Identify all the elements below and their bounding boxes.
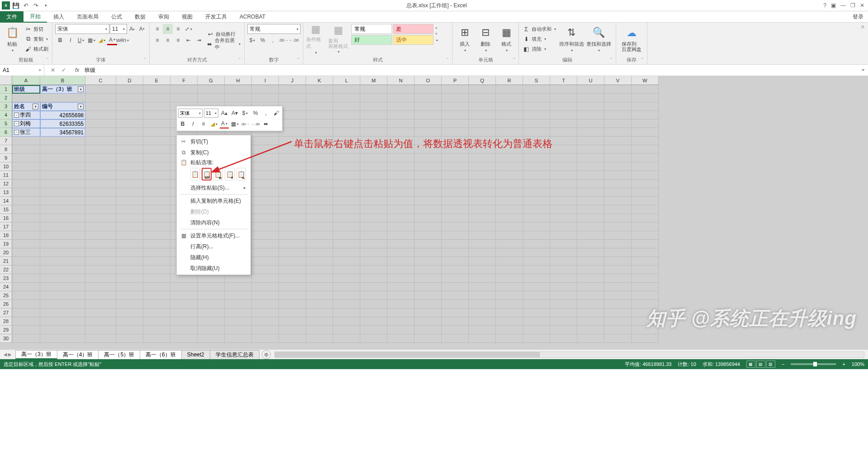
font-name-combo[interactable]: 宋体▾	[55, 24, 109, 34]
cell[interactable]	[279, 248, 306, 257]
cell[interactable]	[306, 317, 333, 326]
cell[interactable]	[116, 214, 143, 223]
cell[interactable]	[360, 248, 387, 257]
cell[interactable]	[442, 300, 469, 309]
cell[interactable]	[360, 240, 387, 248]
cell[interactable]	[415, 300, 442, 309]
column-header[interactable]: S	[523, 76, 550, 85]
cell[interactable]	[632, 248, 659, 257]
column-header[interactable]: J	[279, 76, 306, 85]
cell[interactable]	[170, 334, 198, 343]
cell[interactable]	[469, 214, 496, 223]
cell[interactable]	[360, 197, 387, 205]
mini-grow-font-icon[interactable]: A▴	[220, 109, 229, 118]
cell[interactable]	[632, 111, 659, 119]
font-color-button[interactable]: A▾	[107, 35, 117, 45]
cell[interactable]	[387, 266, 415, 274]
cell[interactable]	[360, 154, 387, 162]
column-header[interactable]: U	[577, 76, 604, 85]
cell[interactable]	[469, 180, 496, 188]
tab-formula[interactable]: 公式	[105, 11, 128, 23]
cell[interactable]	[40, 162, 85, 171]
cell[interactable]	[143, 197, 170, 205]
cell[interactable]	[469, 197, 496, 205]
cell[interactable]	[279, 205, 306, 214]
cell[interactable]	[577, 119, 604, 128]
mini-currency-icon[interactable]: $▾	[241, 109, 250, 118]
cell[interactable]	[604, 309, 632, 317]
cell[interactable]	[415, 102, 442, 111]
cell[interactable]	[143, 300, 170, 309]
cell[interactable]	[143, 248, 170, 257]
cell[interactable]	[279, 102, 306, 111]
cell[interactable]	[360, 274, 387, 283]
undo-icon[interactable]: ↶	[22, 1, 30, 9]
cell[interactable]	[40, 231, 85, 240]
column-header[interactable]: L	[333, 76, 360, 85]
cell[interactable]	[116, 180, 143, 188]
align-center-icon[interactable]: ≡	[163, 35, 173, 45]
cell[interactable]	[85, 128, 116, 137]
cell[interactable]	[496, 283, 523, 291]
cell[interactable]	[12, 145, 40, 154]
format-cells-button[interactable]: ▦格式▾	[497, 24, 516, 54]
cell[interactable]	[604, 119, 632, 128]
cell[interactable]	[333, 197, 360, 205]
cell[interactable]	[306, 223, 333, 231]
spreadsheet-grid[interactable]: ABCDEFGHIJKLMNOPQRSTUVW 1234567891011121…	[0, 76, 868, 349]
mini-percent-icon[interactable]: %	[251, 109, 260, 118]
cell[interactable]	[40, 274, 85, 283]
cell[interactable]	[604, 137, 632, 145]
cell[interactable]	[632, 154, 659, 162]
select-all-corner[interactable]	[0, 76, 12, 85]
cell[interactable]	[333, 291, 360, 300]
cell[interactable]	[550, 283, 577, 291]
cell[interactable]	[496, 154, 523, 162]
row-header[interactable]: 24	[0, 283, 12, 291]
cell[interactable]	[523, 102, 550, 111]
cell[interactable]	[550, 300, 577, 309]
row-header[interactable]: 10	[0, 162, 12, 171]
cell[interactable]: −刘梅	[12, 119, 40, 128]
cell[interactable]	[469, 223, 496, 231]
cell[interactable]	[442, 180, 469, 188]
cell[interactable]	[442, 205, 469, 214]
cell[interactable]	[523, 205, 550, 214]
cell[interactable]	[40, 240, 85, 248]
cell[interactable]	[415, 291, 442, 300]
cell[interactable]	[496, 274, 523, 283]
cell[interactable]	[523, 334, 550, 343]
cell[interactable]	[442, 197, 469, 205]
cell[interactable]	[442, 326, 469, 334]
cell[interactable]	[252, 188, 279, 197]
save-icon[interactable]: 💾	[12, 1, 20, 9]
cell[interactable]	[523, 162, 550, 171]
cell[interactable]	[496, 94, 523, 102]
cell[interactable]	[198, 94, 225, 102]
column-header[interactable]: G	[198, 76, 225, 85]
cell[interactable]	[225, 326, 252, 334]
cell[interactable]	[415, 274, 442, 283]
cell[interactable]	[360, 188, 387, 197]
tab-data[interactable]: 数据	[128, 11, 152, 23]
cell[interactable]: 姓名▾	[12, 102, 40, 111]
tab-insert[interactable]: 插入	[47, 11, 71, 23]
cell[interactable]	[225, 85, 252, 94]
cell[interactable]	[442, 111, 469, 119]
cell[interactable]	[496, 326, 523, 334]
cell[interactable]	[225, 309, 252, 317]
cell[interactable]	[577, 214, 604, 223]
cell[interactable]	[360, 214, 387, 223]
cell[interactable]	[333, 248, 360, 257]
cell[interactable]	[116, 119, 143, 128]
row-header[interactable]: 17	[0, 223, 12, 231]
cell[interactable]	[116, 231, 143, 240]
cell[interactable]	[306, 231, 333, 240]
cell[interactable]	[252, 334, 279, 343]
cell[interactable]	[116, 283, 143, 291]
cell[interactable]	[577, 240, 604, 248]
cell[interactable]	[85, 283, 116, 291]
cell[interactable]	[143, 214, 170, 223]
cell[interactable]	[550, 128, 577, 137]
collapse-ribbon-icon[interactable]: ᐱ	[858, 23, 868, 64]
